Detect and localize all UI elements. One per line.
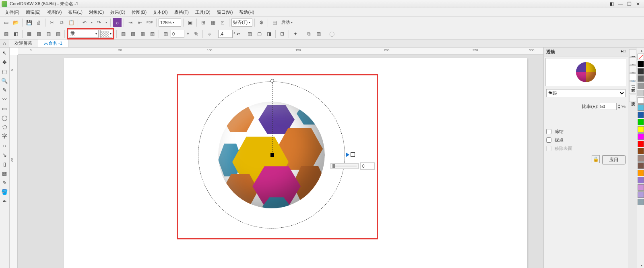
tab-envelope[interactable]: 封套(T) <box>629 81 636 94</box>
canvas[interactable]: 0 <box>18 55 543 268</box>
color-swatch[interactable] <box>638 170 644 176</box>
color-swatch[interactable] <box>638 68 644 75</box>
grid-icon[interactable]: ▦ <box>208 18 217 27</box>
copy-icon[interactable]: ⧉ <box>57 18 66 27</box>
palette-down-icon[interactable]: ▾ <box>637 262 644 268</box>
color-swatch[interactable] <box>638 141 644 147</box>
undo-dropdown-icon[interactable]: ▾ <box>90 18 94 27</box>
color-swatch[interactable] <box>638 184 644 191</box>
save-icon[interactable]: 💾 <box>25 18 33 27</box>
paste-icon[interactable]: 📋 <box>67 18 76 27</box>
color-swatch[interactable] <box>638 126 644 133</box>
text-tool-icon[interactable]: 字 <box>0 132 9 141</box>
snap-combo[interactable]: 贴齐(T)▾ <box>231 19 252 27</box>
fountain-transparency-icon[interactable]: ◧ <box>11 29 20 38</box>
color-swatch[interactable] <box>638 148 644 154</box>
merge-mode-combo[interactable]: 乘▾ <box>69 30 99 38</box>
tp-b-icon[interactable]: ▩ <box>128 29 137 38</box>
color-swatch[interactable] <box>638 112 644 118</box>
menu-edit[interactable]: 编辑(E) <box>23 8 44 16</box>
menu-tools[interactable]: 工具(O) <box>192 8 214 16</box>
maximize-button[interactable]: ❐ <box>625 1 634 7</box>
transparency-picker[interactable]: ▾ <box>100 30 112 38</box>
color-swatch[interactable] <box>638 83 644 89</box>
lens-top-handle[interactable] <box>270 79 274 83</box>
rate-input[interactable] <box>600 103 617 110</box>
lens-direction-icon[interactable] <box>346 152 349 157</box>
opacity-field[interactable]: 0 <box>171 30 184 38</box>
color-swatch[interactable] <box>638 61 644 67</box>
menu-object[interactable]: 对象(C) <box>86 8 107 16</box>
tab-insert-char[interactable]: 插入字符 <box>629 65 636 73</box>
tp-a-icon[interactable]: ▨ <box>119 29 128 38</box>
options-icon[interactable]: ⚙ <box>257 18 266 27</box>
pattern1-icon[interactable]: ▦ <box>25 29 33 38</box>
freehand-tool-icon[interactable]: ✎ <box>0 85 9 94</box>
ellipse-tool-icon[interactable]: ◯ <box>0 113 9 122</box>
fill-tool-icon[interactable]: 🪣 <box>0 187 9 196</box>
connector-tool-icon[interactable]: ↘ <box>0 150 9 159</box>
vertical-ruler[interactable]: 0 50 <box>10 55 18 268</box>
color-swatch[interactable] <box>638 133 644 140</box>
lens-center-handle[interactable] <box>270 153 274 157</box>
help-indicator-icon[interactable]: ◧ <box>608 1 616 7</box>
menu-table[interactable]: 表格(T) <box>171 8 192 16</box>
tp-d-icon[interactable]: ▧ <box>148 29 157 38</box>
menu-bitmap[interactable]: 位图(B) <box>128 8 150 16</box>
transparency-slider[interactable] <box>330 163 359 169</box>
menu-file[interactable]: 文件(F) <box>2 8 23 16</box>
zoom-tool-icon[interactable]: 🔍 <box>0 76 9 85</box>
freeze-icon[interactable]: ⊡ <box>278 29 287 38</box>
menu-layout[interactable]: 布局(L) <box>65 8 85 16</box>
viewpoint-checkbox[interactable] <box>546 137 551 143</box>
apply-button[interactable]: 应用 <box>602 155 625 164</box>
no-fill-swatch[interactable] <box>638 54 644 60</box>
freeze-checkbox[interactable] <box>546 129 551 134</box>
open-icon[interactable]: 📂 <box>11 18 20 27</box>
star-icon[interactable]: ✦ <box>291 29 300 38</box>
tab-transform[interactable]: 变换 <box>629 95 636 102</box>
transparency-tool-icon[interactable]: ▨ <box>0 169 9 178</box>
close-button[interactable]: ✕ <box>634 1 642 7</box>
apply-to-outline-icon[interactable]: ▢ <box>255 29 264 38</box>
color-swatch[interactable] <box>638 199 644 205</box>
export-icon[interactable]: ⇤ <box>136 18 144 27</box>
color-swatch[interactable] <box>638 177 644 183</box>
tab-document[interactable]: 未命名 -1 <box>38 39 68 47</box>
pattern4-icon[interactable]: ▤ <box>54 29 62 38</box>
eyedropper-tool-icon[interactable]: ✎ <box>0 178 9 187</box>
circle-icon[interactable]: ◯ <box>327 29 336 38</box>
menu-text[interactable]: 文本(X) <box>150 8 171 16</box>
tab-lens[interactable]: 透镜 <box>629 73 636 81</box>
dimension-tool-icon[interactable]: ↔ <box>0 141 9 150</box>
launch-combo[interactable]: 启动▾ <box>280 19 296 27</box>
print-icon[interactable]: 🖨 <box>34 18 43 27</box>
tab-welcome[interactable]: 欢迎屏幕 <box>9 39 38 47</box>
fullscreen-icon[interactable]: ▣ <box>186 18 194 27</box>
polygon-tool-icon[interactable]: ⬠ <box>0 123 9 131</box>
apply-to-fill-icon[interactable]: ▨ <box>245 29 254 38</box>
clear-icon[interactable]: ▨ <box>314 29 323 38</box>
lens-right-handle[interactable] <box>351 152 355 157</box>
cut-icon[interactable]: ✂ <box>47 18 56 27</box>
color-swatch[interactable] <box>638 104 644 111</box>
tab-align[interactable]: 对齐与分布 <box>629 57 636 64</box>
apply-both-icon[interactable]: ◨ <box>264 29 273 38</box>
undo-icon[interactable]: ↶ <box>80 18 89 27</box>
crop-tool-icon[interactable]: ⬚ <box>0 67 9 76</box>
home-tab-icon[interactable]: ⌂ <box>0 39 9 48</box>
color-swatch[interactable] <box>638 97 644 104</box>
free-transform-icon[interactable]: ⟐ <box>205 29 214 38</box>
color-swatch[interactable] <box>638 155 644 162</box>
color-swatch[interactable] <box>638 119 644 125</box>
effects-tool-icon[interactable]: ▯ <box>0 160 9 168</box>
docker-menu-icon[interactable]: ▸□ <box>621 49 625 55</box>
tab-object-props[interactable]: 对象属性 <box>629 49 636 56</box>
color-swatch[interactable] <box>638 90 644 96</box>
color-swatch[interactable] <box>638 191 644 198</box>
guides-icon[interactable]: ⊡ <box>218 18 227 27</box>
angle-field[interactable]: .4 <box>218 30 233 38</box>
pattern3-icon[interactable]: ▥ <box>44 29 53 38</box>
pattern2-icon[interactable]: ▩ <box>34 29 43 38</box>
new-icon[interactable]: ▭ <box>2 18 10 27</box>
